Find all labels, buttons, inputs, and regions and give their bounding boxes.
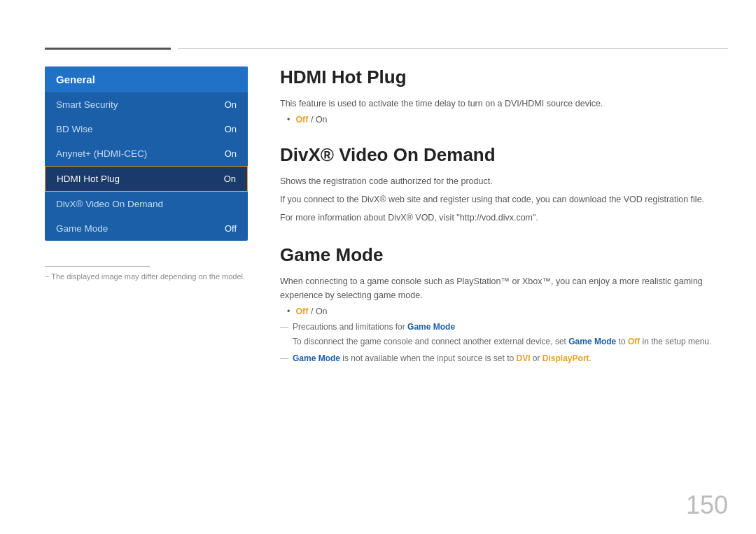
sidebar-item-value: On [225,148,237,159]
hdmi-separator: / [308,115,315,125]
note-game-precautions: Precautions and limitations for Game Mod… [280,321,728,333]
sidebar-item-bd-wise[interactable]: BD Wise On [45,117,248,141]
game-off-link: Off [628,337,640,346]
note-game-mode-label: Game Mode is not available when the inpu… [293,352,592,365]
content-area: HDMI Hot Plug This feature is used to ac… [280,66,728,384]
sidebar-item-value: On [225,124,237,134]
sidebar-item-value: Off [225,223,237,234]
section-desc-hdmi-hot-plug: This feature is used to activate the tim… [280,97,728,111]
sidebar-item-label: Game Mode [56,223,108,234]
bullet-game-off-on: Off / On [287,307,728,316]
page-number: 150 [686,491,728,520]
note-game-disconnect: To disconnect the game console and conne… [293,335,728,348]
section-game-mode: Game Mode When connecting to a game cons… [280,244,728,365]
sidebar-item-value: On [225,99,237,110]
note-game-not-available: Game Mode is not available when the inpu… [280,352,728,365]
sidebar-item-divx-vod[interactable]: DivX® Video On Demand [45,192,248,216]
sidebar-item-game-mode[interactable]: Game Mode Off [45,216,248,241]
sidebar-header: General [45,66,248,92]
note-precautions-prefix: Precautions and limitations for [293,321,407,333]
game-on-text: On [316,307,328,316]
sidebar-item-label: BD Wise [56,124,93,134]
section-desc-divx-1: Shows the registration code authorized f… [280,174,728,188]
section-title-divx-vod: DivX® Video On Demand [280,144,728,166]
sidebar-item-label: DivX® Video On Demand [56,199,163,209]
sidebar-item-hdmi-hot-plug[interactable]: HDMI Hot Plug On [45,166,248,192]
hdmi-off-text: Off [295,115,308,125]
section-divx-vod: DivX® Video On Demand Shows the registra… [280,144,728,225]
game-separator: / [308,307,315,316]
footnote-area: − The displayed image may differ dependi… [45,266,245,281]
section-title-hdmi-hot-plug: HDMI Hot Plug [280,66,728,88]
footnote-line [45,266,150,267]
hdmi-on-text: On [316,115,328,125]
game-off-text: Off [295,307,308,316]
sidebar-item-label: Smart Security [56,99,118,110]
sidebar-item-value: On [224,174,236,184]
section-desc-divx-2: If you connect to the DivX® web site and… [280,192,728,206]
section-desc-divx-3: For more information about DivX® VOD, vi… [280,211,728,225]
bullet-hdmi-off-on: Off / On [287,115,728,125]
sidebar: General Smart Security On BD Wise On Any… [45,66,248,241]
note-game-mode-link1: Game Mode [407,321,455,333]
section-hdmi-hot-plug: HDMI Hot Plug This feature is used to ac… [280,66,728,125]
game-mode-link2: Game Mode [568,337,616,346]
top-bar-left-line [45,48,171,50]
top-bar [45,48,728,50]
footnote-text: − The displayed image may differ dependi… [45,272,245,281]
sidebar-item-label: HDMI Hot Plug [57,174,120,184]
section-title-game-mode: Game Mode [280,244,728,266]
top-bar-right-line [178,48,728,49]
section-desc-game-mode: When connecting to a game console such a… [280,274,728,302]
sidebar-item-anynet[interactable]: Anynet+ (HDMI-CEC) On [45,141,248,166]
sidebar-item-label: Anynet+ (HDMI-CEC) [56,148,147,159]
sidebar-item-smart-security[interactable]: Smart Security On [45,92,248,117]
